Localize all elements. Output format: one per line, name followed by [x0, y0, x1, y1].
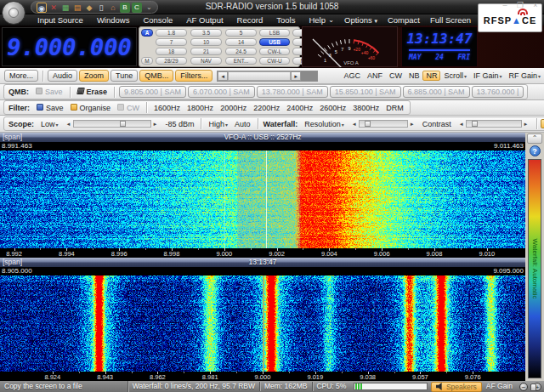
minimize-button[interactable]: – — [500, 1, 510, 10]
band-10-button[interactable]: 10 — [190, 38, 222, 46]
app-logo[interactable] — [2, 1, 26, 25]
slider-left-icon[interactable]: ◄ — [457, 122, 466, 127]
menu-help[interactable]: Help — [309, 15, 326, 25]
scroll-menu[interactable]: Scroll▾ — [440, 71, 470, 80]
slider-left-icon[interactable]: ◄ — [65, 122, 73, 127]
menu-windows[interactable]: Windows — [97, 15, 130, 25]
band-3.5-button[interactable]: 3.5 — [190, 29, 222, 37]
band-24.5-button[interactable]: 24.5 — [225, 48, 257, 55]
compact-button[interactable]: Compact — [388, 15, 420, 25]
waterfall-resolution-menu[interactable]: Resolution▾ — [301, 120, 348, 128]
resolution-slider[interactable]: ◄ ► — [350, 120, 416, 128]
band-7-button[interactable]: 7 — [156, 38, 187, 46]
screenshot-icon[interactable] — [541, 119, 544, 128]
collapse-button[interactable]: ⌃ — [527, 134, 542, 144]
scroll-left-icon[interactable]: ◄ — [218, 71, 228, 81]
qmb-memory-3[interactable]: 13.780.000 | SAM — [257, 86, 328, 98]
band-21-button[interactable]: 21 — [190, 48, 222, 55]
slider-thumb[interactable] — [365, 121, 371, 127]
tuning-scrollbar[interactable]: ◄ ► — [217, 71, 318, 82]
qmb-memory-2[interactable]: 6.070.000 | SAM — [188, 86, 255, 98]
audio-button[interactable]: Audio — [48, 70, 77, 82]
slider-thumb[interactable] — [120, 121, 126, 127]
filter-organise-button[interactable]: Organise — [67, 104, 115, 112]
filter-cw-button[interactable]: CW — [114, 104, 143, 112]
options-menu[interactable]: Options ▾ — [344, 15, 377, 25]
menu-input-source[interactable]: Input Source — [37, 15, 83, 25]
qmb-memory-4[interactable]: 15.850.100 | SAM — [330, 86, 401, 98]
slider-right-icon[interactable]: ► — [151, 122, 160, 127]
filter-2600hz-button[interactable]: 2600Hz — [316, 104, 349, 112]
filter-drm-button[interactable]: DRM — [382, 104, 407, 112]
panel2-header[interactable]: [span] 13:13:47 — [0, 258, 525, 267]
volume-thumb[interactable] — [530, 383, 536, 391]
agc-toggle[interactable]: AGC — [340, 71, 364, 80]
mode-cwu-button[interactable]: CW-U — [259, 57, 290, 65]
filters-button[interactable]: Filters... — [175, 70, 212, 82]
slider-right-icon[interactable]: ► — [408, 122, 416, 127]
filter-3800hz-button[interactable]: 3800Hz — [349, 104, 382, 112]
slider-thumb[interactable] — [472, 121, 478, 127]
menu-record[interactable]: Record — [237, 15, 264, 25]
filter-2200hz-button[interactable]: 2200Hz — [250, 104, 283, 112]
scope-high-menu[interactable]: High▾ — [205, 120, 231, 128]
more-button[interactable]: More... — [4, 70, 38, 82]
waterfall-palette-bar[interactable]: Waterfall: Automatic — [528, 159, 541, 378]
scope-low-menu[interactable]: Low▾ — [37, 120, 62, 128]
vfo-a-button[interactable]: A — [141, 29, 153, 37]
speakers-button[interactable]: Speakers — [431, 382, 482, 392]
band-1.8-button[interactable]: 1.8 — [156, 29, 187, 37]
mode-cwl-button[interactable]: CW-L — [259, 48, 290, 55]
af-gain-slider[interactable]: − + — [517, 383, 544, 391]
rf-gain-menu[interactable]: RF Gain▾ — [505, 71, 544, 80]
scrollbar-thumb[interactable] — [228, 71, 291, 81]
help-button[interactable]: ? — [530, 145, 541, 156]
qmb-erase-button[interactable]: Erase — [74, 88, 111, 96]
mode-lsb-button[interactable]: LSB — [259, 29, 290, 37]
if-gain-menu[interactable]: IF Gain▾ — [470, 71, 506, 80]
qmb-memory-6[interactable]: 13.760.000 | — [472, 86, 524, 98]
filter-save-button[interactable]: Save — [33, 104, 67, 112]
qmb-memory-5[interactable]: 6.885.000 | SAM — [403, 86, 470, 98]
memory-button[interactable]: M — [141, 57, 153, 65]
qmb-memory-1[interactable]: 9.805.000 | SAM — [119, 86, 186, 98]
filter-2400hz-button[interactable]: 2400Hz — [283, 104, 316, 112]
menu-console[interactable]: Console — [143, 15, 173, 25]
close-button[interactable]: × — [530, 1, 541, 10]
vfo-waterfall[interactable] — [0, 151, 525, 248]
zoom-button[interactable]: Zoom — [79, 70, 109, 82]
scope-auto-button[interactable]: Auto — [231, 120, 254, 128]
restore-button[interactable]: ❐ — [515, 1, 525, 10]
cw-toggle[interactable]: CW — [386, 71, 405, 80]
filter-2000hz-button[interactable]: 2000Hz — [217, 104, 250, 112]
band-18-button[interactable]: 18 — [156, 48, 187, 55]
wide-waterfall[interactable] — [0, 276, 525, 372]
band-28-29-button[interactable]: 28/29 — [156, 57, 187, 65]
menu-af-output[interactable]: AF Output — [186, 15, 223, 25]
band-14-button[interactable]: 14 — [225, 38, 257, 46]
anf-toggle[interactable]: ANF — [364, 71, 386, 80]
qmb-save-button[interactable]: Save — [32, 88, 66, 96]
frequency-display[interactable]: 9.000.000 — [2, 27, 137, 66]
slider-left-icon[interactable]: ◄ — [350, 122, 359, 127]
filter-1600hz-button[interactable]: 1600Hz — [150, 104, 184, 112]
enter-button[interactable]: ENT... — [225, 57, 257, 65]
panel2-axis: 8.9248.9438.9628.9819.0009.0199.0389.057… — [0, 372, 525, 381]
scope-low-slider[interactable]: ◄ ► — [65, 120, 160, 128]
filter-1800hz-button[interactable]: 1800Hz — [184, 104, 217, 112]
scroll-right-icon[interactable]: ► — [291, 71, 301, 81]
menu-tools[interactable]: Tools — [276, 15, 295, 25]
volume-down-icon[interactable]: − — [519, 383, 528, 391]
slider-right-icon[interactable]: ► — [522, 122, 530, 127]
nr-toggle[interactable]: NR — [422, 71, 440, 81]
full-screen-button[interactable]: Full Screen — [430, 15, 471, 25]
band-5-button[interactable]: 5 — [225, 29, 257, 37]
chevron-down-icon[interactable]: ⌄ — [328, 16, 334, 24]
contrast-slider[interactable]: ◄ ► — [457, 120, 530, 128]
mode-usb-button[interactable]: USB — [259, 38, 290, 46]
panel1-header[interactable]: [span] VFO-A :: USB :: 2527Hz — [0, 133, 525, 142]
qmb-button[interactable]: QMB... — [139, 70, 173, 82]
nav-button[interactable]: NAV — [190, 57, 222, 65]
nb-toggle[interactable]: NB — [405, 71, 423, 80]
tune-button[interactable]: Tune — [110, 70, 138, 82]
